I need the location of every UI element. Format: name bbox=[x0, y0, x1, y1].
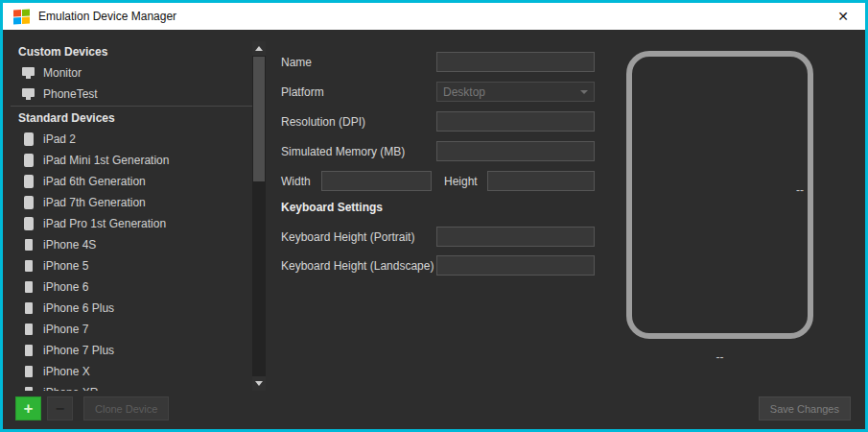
scroll-up-button[interactable] bbox=[252, 41, 266, 56]
phone-icon bbox=[22, 280, 35, 294]
arrow-down-icon bbox=[255, 381, 263, 386]
close-button[interactable]: ✕ bbox=[829, 5, 857, 28]
device-name: iPhone 7 Plus bbox=[43, 344, 114, 357]
keyboard-settings-header: Keyboard Settings bbox=[281, 201, 383, 214]
phone-icon bbox=[22, 386, 35, 391]
keyboard-height-landscape-input[interactable] bbox=[436, 255, 595, 276]
device-list-item[interactable]: iPad Mini 1st Generation bbox=[11, 150, 252, 171]
device-list-item[interactable]: iPhone 4S bbox=[11, 234, 252, 255]
device-list-item[interactable]: iPhone 7 Plus bbox=[11, 340, 252, 361]
phone-icon bbox=[22, 238, 35, 252]
device-name: iPhone X bbox=[43, 365, 90, 378]
tablet-icon bbox=[22, 217, 35, 230]
device-list-item[interactable]: iPad 6th Generation bbox=[11, 171, 252, 192]
arrow-up-icon bbox=[255, 46, 263, 51]
scrollbar-thumb[interactable] bbox=[253, 57, 265, 181]
keyboard-height-portrait-input[interactable] bbox=[436, 227, 595, 247]
list-section-header: Standard Devices bbox=[11, 108, 252, 129]
height-label: Height bbox=[444, 175, 478, 188]
device-name: iPhone 6 Plus bbox=[43, 301, 114, 315]
device-name: iPad 2 bbox=[43, 132, 76, 146]
width-input[interactable] bbox=[321, 171, 432, 191]
preview-bottom-value: -- bbox=[626, 350, 813, 364]
tablet-icon bbox=[22, 175, 35, 188]
monitor-icon bbox=[22, 87, 35, 101]
device-preview-frame bbox=[626, 51, 813, 339]
platform-select[interactable]: Desktop bbox=[436, 82, 595, 102]
device-name: iPhone XR bbox=[43, 386, 98, 391]
keyboard-height-portrait-label: Keyboard Height (Portrait) bbox=[281, 230, 414, 244]
resolution-label: Resolution (DPI) bbox=[281, 115, 365, 129]
scrollbar[interactable] bbox=[252, 41, 266, 391]
device-list-item[interactable]: iPad Pro 1st Generation bbox=[11, 213, 252, 234]
device-list-item[interactable]: iPhone XR bbox=[11, 382, 252, 391]
tablet-icon bbox=[22, 154, 35, 167]
device-list-item[interactable]: iPad 7th Generation bbox=[11, 192, 252, 213]
device-list-item[interactable]: iPhone 7 bbox=[11, 319, 252, 340]
device-list-panel: Custom DevicesMonitorPhoneTestStandard D… bbox=[11, 41, 266, 391]
preview-side-value: -- bbox=[796, 183, 804, 197]
device-name: iPad 7th Generation bbox=[43, 196, 146, 209]
clone-device-button[interactable]: Clone Device bbox=[83, 396, 169, 420]
phone-icon bbox=[22, 365, 35, 378]
device-name: iPad 6th Generation bbox=[43, 175, 146, 188]
titlebar: Emulation Device Manager ✕ bbox=[3, 3, 865, 30]
chevron-down-icon bbox=[580, 90, 588, 94]
height-input[interactable] bbox=[487, 171, 595, 191]
emulation-device-manager-window: Emulation Device Manager ✕ Custom Device… bbox=[0, 0, 868, 432]
save-changes-button[interactable]: Save Changes bbox=[759, 396, 851, 420]
monitor-icon bbox=[22, 66, 35, 80]
device-list-item[interactable]: iPhone 6 bbox=[11, 276, 252, 298]
device-name: iPhone 4S bbox=[43, 238, 96, 252]
platform-selected-value: Desktop bbox=[443, 85, 485, 99]
device-name: PhoneTest bbox=[43, 87, 98, 101]
list-section-header: Custom Devices bbox=[11, 41, 252, 62]
phone-icon bbox=[22, 301, 35, 315]
device-name: iPhone 6 bbox=[43, 280, 88, 294]
device-list-item[interactable]: iPhone 6 Plus bbox=[11, 298, 252, 319]
device-name: Monitor bbox=[43, 66, 82, 80]
resolution-input[interactable] bbox=[436, 111, 595, 132]
width-label: Width bbox=[281, 175, 311, 188]
list-divider bbox=[11, 106, 252, 107]
name-label: Name bbox=[281, 56, 312, 69]
memory-label: Simulated Memory (MB) bbox=[281, 145, 405, 158]
phone-icon bbox=[22, 323, 35, 336]
tablet-icon bbox=[22, 132, 35, 146]
device-list: Custom DevicesMonitorPhoneTestStandard D… bbox=[11, 41, 252, 391]
phone-icon bbox=[22, 259, 35, 273]
device-name: iPhone 5 bbox=[43, 259, 88, 273]
device-list-item[interactable]: PhoneTest bbox=[11, 84, 252, 105]
window-title: Emulation Device Manager bbox=[38, 10, 176, 23]
device-list-item[interactable]: iPhone X bbox=[11, 361, 252, 382]
scroll-down-button[interactable] bbox=[252, 376, 266, 391]
device-list-item[interactable]: iPhone 5 bbox=[11, 255, 252, 276]
memory-input[interactable] bbox=[436, 141, 595, 161]
device-name: iPhone 7 bbox=[43, 323, 88, 336]
windows-logo-icon bbox=[13, 9, 30, 24]
platform-label: Platform bbox=[281, 85, 324, 99]
add-device-button[interactable]: + bbox=[15, 396, 41, 420]
remove-device-button[interactable]: − bbox=[47, 396, 73, 420]
device-list-item[interactable]: Monitor bbox=[11, 62, 252, 84]
device-name: iPad Mini 1st Generation bbox=[43, 154, 169, 167]
tablet-icon bbox=[22, 196, 35, 209]
device-list-item[interactable]: iPad 2 bbox=[11, 129, 252, 150]
phone-icon bbox=[22, 344, 35, 357]
keyboard-height-landscape-label: Keyboard Height (Landscape) bbox=[281, 259, 434, 273]
device-name: iPad Pro 1st Generation bbox=[43, 217, 166, 230]
name-input[interactable] bbox=[436, 52, 595, 72]
